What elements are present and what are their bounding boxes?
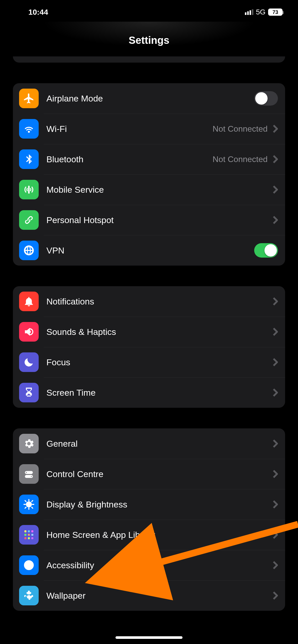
settings-row-label: Accessibility xyxy=(46,560,273,570)
settings-group: NotificationsSounds & HapticsFocusScreen… xyxy=(13,286,285,408)
vpn-toggle[interactable] xyxy=(254,243,278,258)
chevron-right-icon xyxy=(273,124,278,133)
person-circle-icon xyxy=(19,555,39,575)
settings-row-bluetooth[interactable]: BluetoothNot Connected xyxy=(13,144,285,174)
svg-rect-7 xyxy=(28,537,30,539)
settings-row-label: Wallpaper xyxy=(46,591,273,601)
settings-row-controlcentre[interactable]: Control Centre xyxy=(13,459,285,489)
svg-point-10 xyxy=(28,562,30,565)
network-type: 5G xyxy=(256,8,266,16)
settings-group: Airplane ModeWi-FiNot ConnectedBluetooth… xyxy=(13,83,285,266)
svg-rect-3 xyxy=(24,534,27,536)
settings-row-label: Display & Brightness xyxy=(46,499,273,510)
settings-row-notifications[interactable]: Notifications xyxy=(13,286,285,317)
settings-row-display[interactable]: Display & Brightness xyxy=(13,489,285,520)
settings-row-label: Airplane Mode xyxy=(46,94,254,104)
settings-row-homescreen[interactable]: Home Screen & App Library xyxy=(13,520,285,550)
settings-row-sounds[interactable]: Sounds & Haptics xyxy=(13,317,285,347)
sun-icon xyxy=(19,495,39,514)
svg-rect-8 xyxy=(31,537,34,539)
chevron-right-icon xyxy=(273,470,278,478)
bell-icon xyxy=(19,292,39,311)
settings-row-focus[interactable]: Focus xyxy=(13,347,285,377)
moon-icon xyxy=(19,352,39,372)
flower-icon xyxy=(19,586,39,605)
settings-row-general[interactable]: General xyxy=(13,428,285,459)
chevron-right-icon xyxy=(273,297,278,306)
settings-row-value: Not Connected xyxy=(213,155,268,164)
settings-row-label: Screen Time xyxy=(46,388,273,398)
status-right: 5G 73 xyxy=(245,8,283,16)
status-bar: 10:44 5G 73 xyxy=(0,0,298,22)
signal-bars-icon xyxy=(245,9,253,15)
page-title: Settings xyxy=(0,35,298,46)
settings-row-label: Control Centre xyxy=(46,469,273,479)
settings-row-value: Not Connected xyxy=(213,124,268,134)
chevron-right-icon xyxy=(273,561,278,570)
settings-row-screentime[interactable]: Screen Time xyxy=(13,377,285,408)
chevron-right-icon xyxy=(273,155,278,164)
chevron-right-icon xyxy=(273,530,278,539)
settings-row-label: Personal Hotspot xyxy=(46,215,273,225)
settings-row-wallpaper[interactable]: Wallpaper xyxy=(13,580,285,611)
svg-point-9 xyxy=(24,561,34,570)
chevron-right-icon xyxy=(273,388,278,397)
settings-row-accessibility[interactable]: Accessibility xyxy=(13,550,285,580)
svg-rect-1 xyxy=(28,530,30,532)
gear-icon xyxy=(19,434,39,453)
chevron-right-icon xyxy=(273,185,278,194)
settings-row-vpn[interactable]: VPN xyxy=(13,235,285,266)
svg-rect-6 xyxy=(24,537,27,539)
settings-row-label: Bluetooth xyxy=(46,154,213,164)
svg-rect-0 xyxy=(24,530,27,532)
settings-row-label: Wi-Fi xyxy=(46,124,213,134)
grid-icon xyxy=(19,525,39,545)
airplane-icon xyxy=(19,89,39,108)
settings-row-label: General xyxy=(46,439,273,449)
airplane-toggle[interactable] xyxy=(254,91,278,106)
chevron-right-icon xyxy=(273,439,278,448)
settings-row-label: Focus xyxy=(46,357,273,367)
wifi-icon xyxy=(19,119,39,139)
battery-icon: 73 xyxy=(268,9,283,16)
settings-row-label: VPN xyxy=(46,245,254,256)
chevron-right-icon xyxy=(273,591,278,600)
chevron-right-icon xyxy=(273,358,278,367)
status-time: 10:44 xyxy=(28,8,48,16)
page-header: Settings xyxy=(0,22,298,56)
chevron-right-icon xyxy=(273,500,278,509)
settings-row-label: Notifications xyxy=(46,296,273,307)
svg-rect-5 xyxy=(31,534,34,536)
switches-icon xyxy=(19,464,39,484)
settings-row-mobile[interactable]: Mobile Service xyxy=(13,174,285,205)
battery-percent: 73 xyxy=(272,9,278,15)
link-icon xyxy=(19,210,39,230)
chevron-right-icon xyxy=(273,216,278,224)
settings-row-hotspot[interactable]: Personal Hotspot xyxy=(13,205,285,235)
svg-rect-4 xyxy=(28,534,30,536)
bluetooth-icon xyxy=(19,149,39,169)
settings-row-airplane[interactable]: Airplane Mode xyxy=(13,83,285,114)
settings-row-label: Mobile Service xyxy=(46,185,273,195)
home-indicator xyxy=(115,636,183,639)
globe-icon xyxy=(19,241,39,260)
svg-rect-2 xyxy=(31,530,34,532)
settings-group: GeneralControl CentreDisplay & Brightnes… xyxy=(13,428,285,611)
hourglass-icon xyxy=(19,383,39,402)
settings-row-label: Sounds & Haptics xyxy=(46,327,273,337)
chevron-right-icon xyxy=(273,327,278,336)
antenna-icon xyxy=(19,180,39,199)
speaker-icon xyxy=(19,322,39,342)
settings-row-label: Home Screen & App Library xyxy=(46,530,273,540)
settings-row-wifi[interactable]: Wi-FiNot Connected xyxy=(13,114,285,144)
previous-group-stub xyxy=(13,56,285,63)
